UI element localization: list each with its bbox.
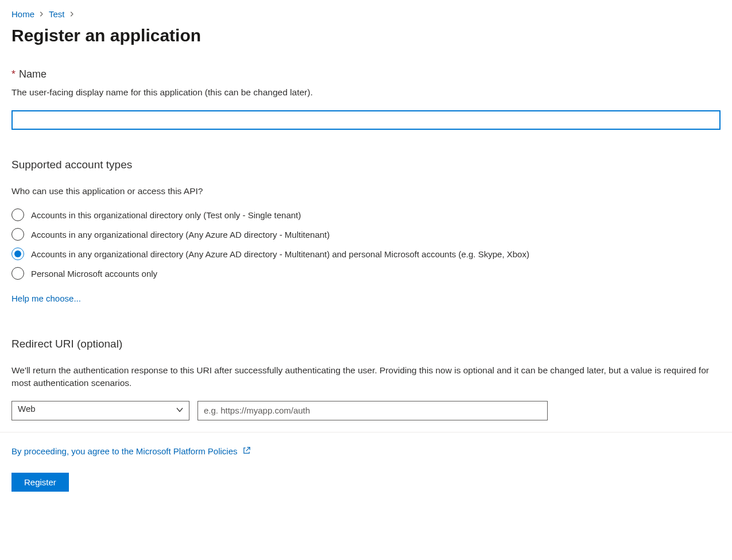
redirect-uri-description: We'll return the authentication response… [11,364,721,389]
register-button[interactable]: Register [11,473,69,492]
platform-select[interactable]: Web [11,401,189,420]
chevron-right-icon [69,10,75,18]
external-link-icon [242,446,251,457]
platform-select-wrap: Web [11,401,189,420]
breadcrumb-test[interactable]: Test [49,9,65,19]
radio-multitenant[interactable]: Accounts in any organizational directory… [11,228,721,241]
account-types-radio-group: Accounts in this organizational director… [11,208,721,280]
divider [0,432,732,432]
radio-label: Accounts in any organizational directory… [31,249,529,259]
page-title: Register an application [11,26,721,45]
policy-row: By proceeding, you agree to the Microsof… [11,446,721,457]
name-description: The user-facing display name for this ap… [11,86,721,99]
name-input[interactable] [11,110,721,130]
breadcrumb: Home Test [11,9,721,19]
radio-label: Accounts in this organizational director… [31,210,301,220]
redirect-uri-row: Web [11,401,721,420]
radio-label: Accounts in any organizational directory… [31,230,330,240]
radio-icon [11,248,24,260]
redirect-uri-input[interactable] [197,401,548,420]
radio-icon [11,228,24,241]
help-me-choose-link[interactable]: Help me choose... [11,293,81,303]
radio-multitenant-personal[interactable]: Accounts in any organizational directory… [11,248,721,260]
radio-personal-only[interactable]: Personal Microsoft accounts only [11,267,721,280]
required-asterisk: * [11,68,16,80]
name-label-text: Name [19,68,47,80]
platform-policies-link[interactable]: By proceeding, you agree to the Microsof… [11,446,238,456]
name-label: * Name [11,68,721,80]
redirect-uri-title: Redirect URI (optional) [11,338,721,350]
account-types-title: Supported account types [11,159,721,171]
breadcrumb-home[interactable]: Home [11,9,34,19]
chevron-right-icon [39,10,44,18]
account-types-question: Who can use this application or access t… [11,185,721,198]
radio-icon [11,267,24,280]
radio-label: Personal Microsoft accounts only [31,269,157,279]
radio-single-tenant[interactable]: Accounts in this organizational director… [11,208,721,221]
radio-icon [11,208,24,221]
